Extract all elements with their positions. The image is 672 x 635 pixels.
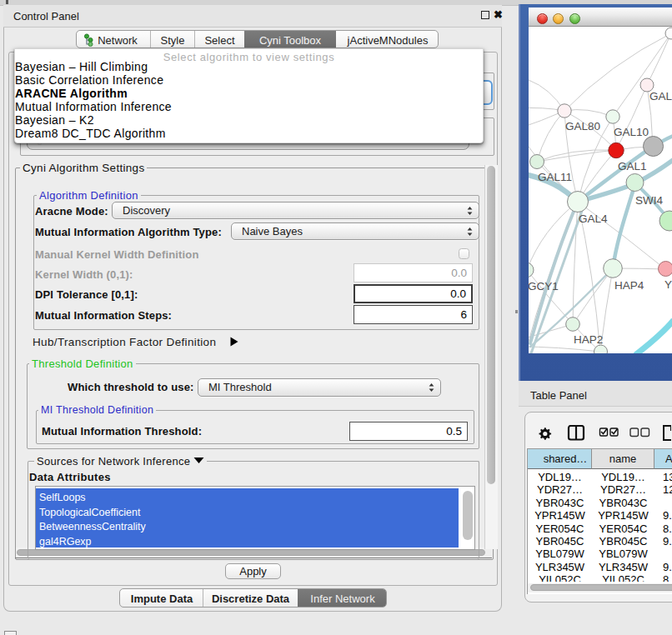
svg-text:Y: Y bbox=[664, 278, 672, 291]
svg-text:GAL11: GAL11 bbox=[538, 171, 572, 183]
svg-text:HAP4: HAP4 bbox=[614, 279, 644, 292]
svg-text:GAL4: GAL4 bbox=[579, 212, 608, 225]
svg-text:HAP2: HAP2 bbox=[574, 333, 603, 346]
svg-text:GAL80: GAL80 bbox=[565, 120, 600, 132]
svg-text:GAL1: GAL1 bbox=[618, 160, 647, 172]
svg-text:SWI4: SWI4 bbox=[635, 194, 663, 207]
svg-text:GCY1: GCY1 bbox=[529, 280, 559, 292]
svg-text:GAL: GAL bbox=[649, 90, 672, 102]
svg-text:GAL10: GAL10 bbox=[614, 126, 649, 138]
